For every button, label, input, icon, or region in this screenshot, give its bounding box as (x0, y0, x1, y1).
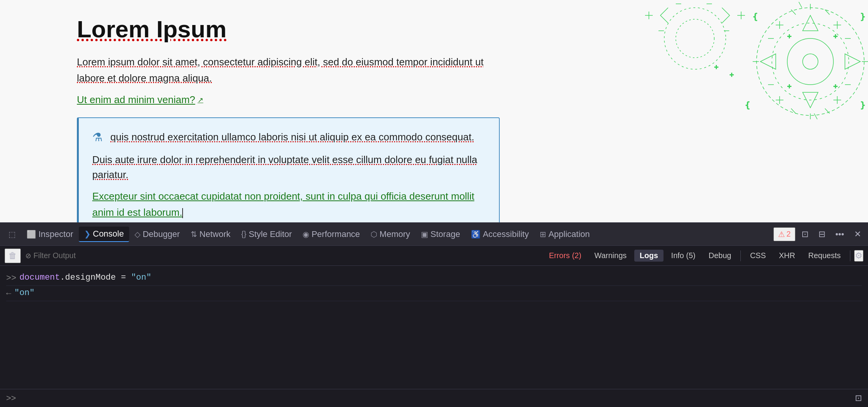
svg-line-47 (825, 10, 830, 15)
clear-console-button[interactable]: 🗑 (5, 249, 21, 263)
console-icon: ❯ (84, 229, 91, 239)
svg-point-3 (803, 54, 818, 69)
svg-point-0 (757, 8, 864, 115)
filter-input-wrap: ⊘ (25, 251, 218, 260)
error-count: 2 (787, 230, 791, 239)
tab-memory[interactable]: ⬡ Memory (365, 227, 415, 242)
tab-accessibility[interactable]: ♿ Accessibility (466, 227, 534, 242)
svg-marker-7 (845, 54, 860, 69)
dock-button[interactable]: ⊟ (815, 228, 829, 241)
console-line-output: ← "on" (6, 286, 862, 301)
tab-console[interactable]: ❯ Console (79, 227, 130, 242)
accessibility-icon: ♿ (471, 230, 481, 239)
application-icon: ⊞ (540, 230, 546, 239)
svg-point-2 (787, 38, 833, 85)
svg-text:+: + (787, 82, 792, 90)
tab-application[interactable]: ⊞ Application (534, 227, 595, 242)
info-box-green-text[interactable]: Excepteur sint occaecat cupidatat non pr… (92, 188, 486, 220)
decorative-art: + + + + { } { } + + (522, 0, 868, 123)
console-settings-button[interactable]: ⚙ (854, 250, 863, 262)
filter-errors-button[interactable]: Errors (2) (544, 250, 587, 262)
storage-label: Storage (431, 229, 460, 239)
tab-inspector[interactable]: ⬜ Inspector (21, 227, 79, 242)
svg-text:+: + (714, 63, 718, 71)
svg-line-46 (791, 10, 796, 15)
svg-text:+: + (730, 70, 734, 78)
filter-icon: ⊘ (25, 252, 31, 260)
info-box-main-text: quis nostrud exercitation ullamco labori… (110, 130, 474, 145)
screen-toggle-icon[interactable]: ⊡ (855, 393, 862, 403)
performance-label: Performance (311, 229, 360, 239)
flask-icon: ⚗ (92, 130, 103, 144)
svg-line-34 (799, 2, 802, 8)
filter-requests-button[interactable]: Requests (803, 250, 846, 262)
tab-storage[interactable]: ▣ Storage (416, 227, 466, 242)
accessibility-label: Accessibility (483, 229, 529, 239)
console-line-input: >> document.designMode = "on" (6, 270, 862, 286)
svg-text:}: } (860, 12, 865, 21)
filter-logs-button[interactable]: Logs (634, 250, 663, 262)
console-output-value: "on" (14, 288, 35, 298)
devtools-panel: ⬚ ⬜ Inspector ❯ Console ◇ Debugger ⇅ Net… (0, 222, 868, 407)
network-icon: ⇅ (191, 230, 197, 239)
page-title[interactable]: Lorem Ipsum (77, 15, 226, 43)
style-editor-label: Style Editor (249, 229, 292, 239)
toolbar-right: ⚠ 2 ⊡ ⊟ ••• ✕ (773, 227, 865, 241)
inspector-label: Inspector (38, 229, 73, 239)
console-input-prompt: >> (6, 393, 16, 403)
debugger-icon: ◇ (135, 230, 140, 239)
error-badge-button[interactable]: ⚠ 2 (773, 227, 795, 241)
console-prompt-output: ← (6, 289, 11, 299)
filter-xhr-button[interactable]: XHR (773, 250, 800, 262)
tab-performance[interactable]: ◉ Performance (297, 227, 365, 242)
application-label: Application (549, 229, 590, 239)
style-editor-icon: {} (241, 230, 246, 239)
performance-icon: ◉ (303, 230, 309, 239)
more-options-button[interactable]: ••• (831, 228, 848, 241)
svg-point-1 (772, 23, 849, 100)
console-filter-bar: 🗑 ⊘ Errors (2) Warnings Logs Info (5) De… (0, 246, 868, 266)
console-input-line[interactable]: >> ⊡ (0, 389, 868, 407)
network-label: Network (200, 229, 231, 239)
responsive-design-button[interactable]: ⊡ (798, 228, 812, 241)
inspect-button[interactable]: ⬚ (3, 227, 21, 241)
info-box-sub-text: Duis aute irure dolor in reprehenderit i… (92, 152, 486, 182)
memory-label: Memory (379, 229, 410, 239)
svg-line-35 (814, 113, 817, 119)
console-output[interactable]: >> document.designMode = "on" ← "on" (0, 266, 868, 389)
inspector-icon: ⬜ (27, 230, 36, 239)
tab-style-editor[interactable]: {} Style Editor (236, 227, 298, 242)
devtools-toolbar: ⬚ ⬜ Inspector ❯ Console ◇ Debugger ⇅ Net… (0, 223, 868, 246)
main-link[interactable]: Ut enim ad minim veniam? ↗ (77, 94, 203, 106)
svg-marker-6 (760, 54, 776, 69)
filter-debug-button[interactable]: Debug (703, 250, 737, 262)
filter-css-button[interactable]: CSS (745, 250, 771, 262)
external-link-icon: ↗ (198, 96, 203, 104)
error-icon: ⚠ (778, 230, 785, 239)
storage-icon: ▣ (421, 230, 428, 239)
filter-divider (740, 250, 741, 261)
console-prompt-input: >> (6, 274, 16, 283)
filter-warnings-button[interactable]: Warnings (589, 250, 632, 262)
info-box: ⚗ quis nostrud exercitation ullamco labo… (77, 117, 500, 222)
console-code-input: document.designMode = "on" (19, 273, 151, 282)
svg-marker-4 (803, 15, 818, 31)
filter-info-button[interactable]: Info (5) (666, 250, 701, 262)
tab-network[interactable]: ⇅ Network (185, 227, 236, 242)
main-paragraph[interactable]: Lorem ipsum dolor sit amet, consectetur … (77, 54, 500, 86)
svg-text:+: + (833, 32, 838, 40)
svg-marker-5 (803, 92, 818, 108)
filter-input[interactable] (33, 251, 218, 260)
info-box-header: ⚗ quis nostrud exercitation ullamco labo… (92, 130, 486, 145)
svg-line-49 (825, 108, 830, 113)
svg-point-24 (664, 8, 726, 69)
inspect-icon: ⬚ (8, 230, 16, 239)
svg-point-25 (676, 19, 714, 58)
tab-debugger[interactable]: ◇ Debugger (129, 227, 185, 242)
memory-icon: ⬡ (371, 230, 377, 239)
close-devtools-button[interactable]: ✕ (850, 228, 865, 241)
filter-buttons: Errors (2) Warnings Logs Info (5) Debug … (544, 250, 863, 262)
svg-text:{: { (753, 12, 758, 21)
main-content: + + + + { } { } + + Lorem Ipsum Lorem ip… (0, 0, 868, 222)
debugger-label: Debugger (143, 229, 180, 239)
